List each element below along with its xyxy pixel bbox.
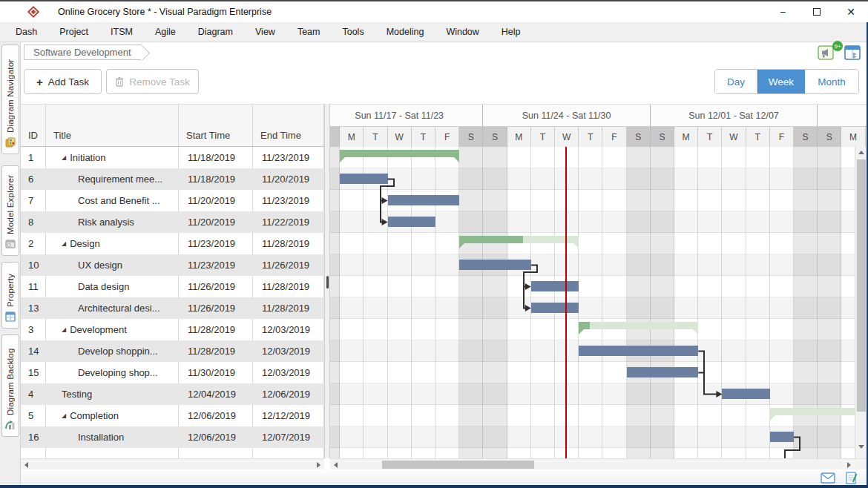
table-horizontal-scrollbar[interactable] (21, 458, 324, 469)
chart-scroll-left-arrow[interactable] (334, 462, 338, 468)
table-row-task-4[interactable]: 4Testing12/04/201912/06/2019 (21, 383, 324, 405)
chart-scroll-thumb[interactable] (382, 461, 534, 469)
day-header-18: T (746, 127, 770, 147)
cell-end-time: 12/03/2019 (262, 319, 310, 340)
menu-item-help[interactable]: Help (490, 24, 532, 40)
cell-start-time: 11/28/2019 (188, 340, 235, 362)
week-header-1: Sun 11/24 - Sat 11/30 (483, 105, 650, 127)
view-mode-switcher: DayWeekMonth (714, 69, 859, 94)
cell-start-time: 11/23/2019 (188, 254, 235, 276)
cell-start-time: 12/06/2019 (188, 405, 236, 426)
chart-scroll-right-arrow[interactable] (847, 462, 851, 468)
task-title: Initiation (70, 152, 105, 163)
diagram-backlog-icon (5, 420, 16, 433)
table-row-task-5[interactable]: 5◢Completion12/06/201912/12/2019 (21, 405, 324, 426)
view-mode-day[interactable]: Day (715, 70, 757, 93)
table-row-task-3[interactable]: 3◢Development11/28/201912/03/2019 (21, 319, 324, 340)
plus-icon: + (36, 76, 43, 88)
week-header-3: S (818, 105, 867, 127)
table-row-task-1[interactable]: 1◢Initiation11/18/201911/23/2019 (21, 147, 324, 168)
cell-title: ◢Design (62, 233, 173, 254)
whats-new-button[interactable]: 9+ (818, 44, 838, 62)
sidebar-tab-property[interactable]: Property (1, 262, 19, 329)
cell-start-time: 11/18/2019 (188, 147, 235, 168)
menu-item-itsm[interactable]: ITSM (99, 24, 144, 40)
menu-item-tools[interactable]: Tools (331, 24, 375, 40)
edit-document-icon[interactable] (846, 472, 858, 484)
table-scroll-right-arrow[interactable] (317, 462, 320, 468)
day-header-6: S (459, 127, 483, 147)
table-row-task-6[interactable]: 6Requirement mee...11/18/201911/20/2019 (21, 168, 324, 190)
table-row-task-2[interactable]: 2◢Design11/23/201911/28/2019 (21, 233, 324, 254)
left-tab-strip: Diagram NavigatorModel ExplorerPropertyD… (0, 42, 21, 485)
view-mode-month[interactable]: Month (805, 70, 858, 93)
splitter-handle[interactable] (326, 276, 329, 288)
column-header-end-time: End Time (253, 105, 324, 146)
cell-end-time: 11/28/2019 (262, 297, 309, 319)
messages-icon[interactable] (821, 472, 835, 484)
model-explorer-icon (5, 239, 16, 252)
task-toolbar: + Add Task Remove Task DayWeekMonth (21, 63, 867, 100)
menu-item-diagram[interactable]: Diagram (187, 24, 244, 40)
close-button[interactable]: ✕ (834, 1, 868, 22)
cell-end-time: 12/07/2019 (262, 426, 310, 448)
chart-horizontal-scrollbar[interactable] (330, 458, 855, 469)
menu-item-agile[interactable]: Agile (144, 24, 187, 40)
sidebar-tab-model-explorer[interactable]: Model Explorer (1, 165, 19, 256)
cell-start-time: 12/04/2019 (188, 383, 236, 405)
add-task-button[interactable]: + Add Task (24, 69, 102, 94)
collapse-expander-icon[interactable]: ◢ (62, 240, 66, 247)
table-row-task-7[interactable]: 7Cost and Benefit ...11/20/201911/23/201… (21, 190, 324, 211)
scroll-up-arrow[interactable] (858, 151, 864, 154)
task-title: UX design (78, 260, 122, 271)
view-mode-week[interactable]: Week (757, 70, 805, 93)
table-row-task-16[interactable]: 16Installation12/06/201912/07/2019 (21, 426, 324, 448)
task-title: Development (70, 324, 127, 335)
menu-item-modeling[interactable]: Modeling (375, 24, 435, 40)
table-row-task-13[interactable]: 13Architectural desi...11/26/201911/28/2… (21, 297, 324, 319)
cell-id: 16 (28, 426, 39, 448)
table-chart-splitter[interactable] (324, 104, 330, 458)
cell-start-time: 11/26/2019 (188, 276, 235, 297)
table-row-task-15[interactable]: 15Developing shop...11/30/201912/03/2019 (21, 362, 324, 383)
title-bar: Online Grocery Store * - Visual Paradigm… (0, 1, 868, 22)
cell-title: Risk analysis (78, 211, 189, 233)
collapse-expander-icon[interactable]: ◢ (62, 412, 66, 419)
menu-item-project[interactable]: Project (48, 24, 99, 40)
menu-item-team[interactable]: Team (286, 24, 332, 40)
sidebar-tab-diagram-navigator[interactable]: Diagram Navigator (1, 44, 19, 154)
breadcrumb-tab-software-development[interactable]: Software Development (24, 44, 142, 60)
table-row-task-8[interactable]: 8Risk analysis11/20/201911/22/2019 (21, 211, 324, 233)
collapse-expander-icon[interactable]: ◢ (62, 326, 66, 333)
day-header-15: M (674, 127, 698, 147)
layout-panes-button[interactable] (844, 45, 861, 60)
table-row-task-11[interactable]: 11Data design11/26/201911/28/2019 (21, 276, 324, 297)
table-scroll-left-arrow[interactable] (24, 462, 28, 468)
cell-start-time: 11/23/2019 (188, 233, 235, 254)
table-row-task-14[interactable]: 14Develop shoppin...11/28/201912/03/2019 (21, 340, 324, 362)
cell-id: 10 (28, 254, 39, 276)
collapse-expander-icon[interactable]: ◢ (62, 154, 66, 161)
minimize-button[interactable]: − (766, 1, 800, 22)
diagram-navigator-icon (5, 137, 16, 151)
column-header-title: Title (46, 105, 179, 146)
day-header-3: W (388, 127, 412, 147)
week-header-0: Sun 11/17 - Sat 11/23 (330, 105, 483, 127)
cell-end-time: 11/23/2019 (262, 147, 309, 168)
menu-item-window[interactable]: Window (435, 24, 490, 40)
day-header-19: F (770, 127, 794, 147)
menu-item-view[interactable]: View (244, 24, 286, 40)
cell-title: Data design (78, 276, 189, 297)
table-row-task-10[interactable]: 10UX design11/23/201911/26/2019 (21, 254, 324, 276)
day-header-12: F (602, 127, 626, 147)
gantt-chart-body (330, 147, 855, 458)
sidebar-tab-diagram-backlog[interactable]: Diagram Backlog (1, 334, 19, 437)
scroll-down-arrow[interactable] (858, 445, 864, 449)
cell-id: 5 (28, 405, 33, 426)
maximize-button[interactable] (800, 1, 834, 22)
vertical-scroll-thumb[interactable] (857, 159, 866, 412)
menu-item-dash[interactable]: Dash (4, 24, 48, 40)
remove-task-button[interactable]: Remove Task (106, 69, 199, 94)
gantt-vertical-scrollbar[interactable] (855, 147, 867, 458)
cell-id: 15 (28, 362, 39, 383)
